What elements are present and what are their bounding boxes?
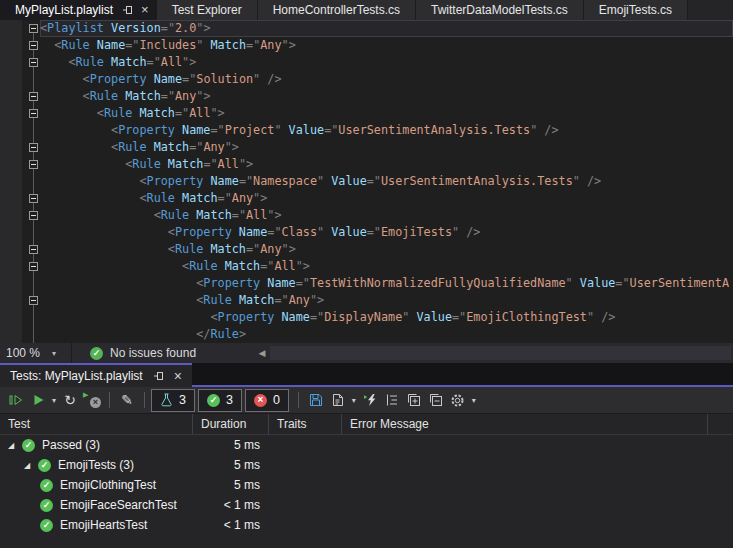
code-line-13[interactable]: <Property Name="Class" Value="EmojiTests…	[0, 224, 733, 241]
column-header-traits[interactable]: Traits	[268, 414, 341, 434]
code-line-10[interactable]: <Property Name="Namespace" Value="UserSe…	[0, 173, 733, 190]
repeat-last-run-button[interactable]: ↻	[60, 389, 80, 411]
fold-collapse-icon[interactable]	[29, 58, 38, 67]
fold-gutter[interactable]	[0, 105, 40, 122]
passed-tests-filter-button[interactable]: ✓ 3	[198, 389, 242, 412]
code-line-19[interactable]: </Rule>	[0, 326, 733, 343]
cancel-run-button[interactable]: ▶×	[82, 389, 102, 411]
code-line-4[interactable]: <Property Name="Solution" />	[0, 71, 733, 88]
fold-gutter[interactable]	[0, 139, 40, 156]
fold-collapse-icon[interactable]	[29, 245, 38, 254]
close-icon[interactable]: ×	[174, 370, 182, 382]
edit-playlist-button[interactable]: ✎	[117, 389, 137, 411]
column-header-error-message[interactable]: Error Message	[341, 414, 707, 434]
test-row-5[interactable]: ✓EmojiHeartsTest< 1 ms	[0, 515, 733, 535]
fold-gutter[interactable]	[0, 20, 40, 37]
document-tab-5[interactable]: EmojiTests.cs	[584, 0, 688, 20]
code-line-9[interactable]: <Rule Match="All">	[0, 156, 733, 173]
flask-icon	[160, 393, 173, 407]
scroll-left-icon[interactable]: ◀	[254, 348, 270, 358]
run-all-tests-button[interactable]	[6, 389, 26, 411]
fold-gutter	[0, 173, 40, 190]
test-passed-icon: ✓	[40, 519, 53, 532]
settings-button[interactable]	[448, 389, 468, 411]
pin-icon[interactable]	[153, 370, 165, 382]
group-by-icon	[385, 393, 399, 407]
panel-tab-strip: Tests: MyPlayList.playlist ×	[0, 363, 733, 387]
code-line-3[interactable]: <Rule Match="All">	[0, 54, 733, 71]
document-health-indicator[interactable]: ✓ No issues found	[90, 346, 196, 360]
collapse-all-icon	[429, 393, 443, 407]
scrollbar-track[interactable]	[270, 346, 731, 360]
total-tests-filter-button[interactable]: 3	[151, 389, 195, 412]
code-line-6[interactable]: <Rule Match="All">	[0, 105, 733, 122]
tests-panel-tab[interactable]: Tests: MyPlayList.playlist ×	[0, 363, 192, 387]
code-line-2[interactable]: <Rule Name="Includes" Match="Any">	[0, 37, 733, 54]
failed-tests-filter-button[interactable]: × 0	[245, 389, 289, 412]
group-by-button[interactable]	[382, 389, 402, 411]
fold-collapse-icon[interactable]	[29, 296, 38, 305]
document-tab-3[interactable]: HomeControllerTests.cs	[258, 0, 416, 20]
collapse-all-button[interactable]	[426, 389, 446, 411]
code-line-17[interactable]: <Rule Match="Any">	[0, 292, 733, 309]
code-line-1[interactable]: <Playlist Version="2.0">	[0, 20, 733, 37]
close-icon[interactable]: ×	[141, 4, 149, 16]
fold-collapse-icon[interactable]	[29, 109, 38, 118]
settings-dropdown-caret[interactable]: ▾	[469, 389, 479, 411]
fold-collapse-icon[interactable]	[29, 211, 38, 220]
horizontal-scrollbar[interactable]: ◀	[254, 343, 733, 363]
fold-collapse-icon[interactable]	[29, 262, 38, 271]
fold-gutter[interactable]	[0, 258, 40, 275]
fold-gutter[interactable]	[0, 156, 40, 173]
fold-gutter[interactable]	[0, 190, 40, 207]
fold-collapse-icon[interactable]	[29, 194, 38, 203]
code-line-15[interactable]: <Rule Match="All">	[0, 258, 733, 275]
code-line-11[interactable]: <Rule Match="Any">	[0, 190, 733, 207]
fold-collapse-icon[interactable]	[29, 143, 38, 152]
code-line-16[interactable]: <Property Name="TestWithNormalizedFullyQ…	[0, 275, 733, 292]
column-header-scrollbar-gap	[707, 414, 733, 434]
expanded-arrow-icon[interactable]: ◢	[24, 461, 38, 470]
fold-gutter[interactable]	[0, 207, 40, 224]
fold-collapse-icon[interactable]	[29, 24, 38, 33]
code-line-5[interactable]: <Rule Match="Any">	[0, 88, 733, 105]
save-playlist-button[interactable]	[306, 389, 326, 411]
code-line-18[interactable]: <Property Name="DisplayName" Value="Emoj…	[0, 309, 733, 326]
fold-collapse-icon[interactable]	[29, 41, 38, 50]
test-row-4[interactable]: ✓EmojiFaceSearchTest< 1 ms	[0, 495, 733, 515]
column-header-duration[interactable]: Duration	[192, 414, 268, 434]
expand-all-button[interactable]	[404, 389, 424, 411]
fold-collapse-icon[interactable]	[29, 160, 38, 169]
run-tests-after-build-button[interactable]	[360, 389, 380, 411]
test-row-3[interactable]: ✓EmojiClothingTest5 ms	[0, 475, 733, 495]
fold-collapse-icon[interactable]	[29, 92, 38, 101]
test-name: EmojiTests (3)	[58, 458, 134, 472]
fold-gutter[interactable]	[0, 54, 40, 71]
code-line-7[interactable]: <Property Name="Project" Value="UserSent…	[0, 122, 733, 139]
code-line-14[interactable]: <Rule Match="Any">	[0, 241, 733, 258]
test-row-1[interactable]: ◢✓Passed (3)5 ms	[0, 435, 733, 455]
fold-gutter[interactable]	[0, 88, 40, 105]
passed-count: 3	[226, 393, 233, 407]
fold-gutter[interactable]	[0, 292, 40, 309]
document-tab-4[interactable]: TwitterDataModelTests.cs	[416, 0, 584, 20]
document-tab-2[interactable]: Test Explorer	[157, 0, 258, 20]
editor-code-area: <Playlist Version="2.0"><Rule Name="Incl…	[0, 20, 733, 343]
document-tab-1[interactable]: MyPlayList.playlist×	[0, 0, 157, 20]
code-line-8[interactable]: <Rule Match="Any">	[0, 139, 733, 156]
test-row-2[interactable]: ◢✓EmojiTests (3)5 ms	[0, 455, 733, 475]
xml-editor[interactable]: <Playlist Version="2.0"><Rule Name="Incl…	[0, 20, 733, 343]
zoom-control[interactable]: 100 % ▾	[0, 343, 72, 363]
fold-gutter[interactable]	[0, 241, 40, 258]
code-line-12[interactable]: <Rule Match="All">	[0, 207, 733, 224]
playlist-dropdown-caret[interactable]: ▾	[349, 389, 359, 411]
run-tests-button[interactable]	[28, 389, 48, 411]
expanded-arrow-icon[interactable]: ◢	[8, 441, 22, 450]
pin-icon[interactable]	[122, 4, 134, 16]
test-duration: < 1 ms	[192, 498, 268, 512]
run-dropdown-caret[interactable]: ▾	[49, 389, 59, 411]
test-passed-icon: ✓	[38, 459, 51, 472]
column-header-test[interactable]: Test	[0, 414, 192, 434]
fold-gutter[interactable]	[0, 37, 40, 54]
playlist-selector-button[interactable]	[328, 389, 348, 411]
